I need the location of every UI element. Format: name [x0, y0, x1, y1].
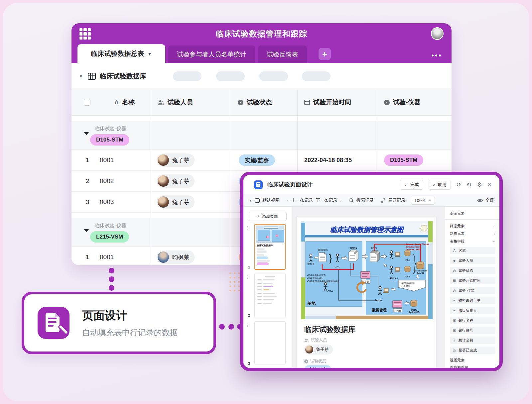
page-thumbnail-1[interactable]: 临床试验数据库	[254, 224, 286, 270]
dynamic-elements-row[interactable]: 动态元素›	[450, 230, 495, 238]
datasheet-name[interactable]: 临床试验数据库	[100, 72, 146, 81]
prev-record-button[interactable]: 上一条记录	[292, 197, 313, 203]
prev-arrow-icon[interactable]: ‹	[287, 198, 289, 203]
record-title: 临床试验数据库	[304, 325, 355, 335]
thumbnail-diagram	[256, 226, 284, 243]
svg-text:双份录入: 双份录入	[390, 277, 399, 280]
row-number: 1	[86, 157, 100, 164]
svg-text:Master Clinical: Master Clinical	[414, 270, 428, 272]
record-person-chip: 兔子芽	[304, 345, 333, 354]
number-icon: #	[453, 339, 456, 342]
static-elements-row[interactable]: 静态元素›	[450, 222, 495, 230]
column-status[interactable]: 试验状态	[247, 98, 272, 107]
column-person[interactable]: 试验人员	[168, 98, 193, 107]
design-page: 临床试验数据管理示意图 研究者 原始资料 } CRC	[297, 217, 436, 368]
field-chip-person[interactable]: ☻试验人员	[450, 257, 495, 264]
svg-text:DB1: DB1	[405, 259, 410, 261]
view-elements-row[interactable]: 视图元素	[450, 356, 495, 364]
next-record-button[interactable]: 下一条记录	[316, 197, 337, 203]
overlay-toolbar: ▼ 默认视图 ‹ 上一条记录 下一条记录 › 搜索记录 展开记录 100% ▼ …	[243, 194, 499, 207]
spacer-row	[71, 116, 452, 121]
gear-icon[interactable]: ⚙	[477, 182, 482, 188]
collapse-triangle-icon[interactable]	[84, 132, 89, 135]
drag-handle-icon[interactable]	[247, 275, 250, 279]
cancel-button[interactable]: ×取消	[429, 180, 451, 190]
column-start-time[interactable]: 试验开始时间	[313, 98, 351, 107]
close-window-icon[interactable]: ×	[487, 181, 491, 188]
more-menu-button[interactable]	[432, 54, 441, 56]
single-select-icon	[238, 100, 243, 105]
redo-icon[interactable]: ↻	[466, 182, 471, 188]
search-icon[interactable]	[349, 198, 354, 203]
search-record-button[interactable]: 搜索记录	[356, 197, 374, 203]
group-value-tag: D105-STM	[90, 134, 129, 146]
zoom-selector[interactable]: 100% ▼	[411, 196, 435, 205]
tab-feedback[interactable]: 试验反馈表	[258, 46, 307, 63]
field-chip-bank-account[interactable]: ▣银行账号	[450, 327, 495, 334]
chevron-down-icon[interactable]: ▼	[249, 199, 252, 202]
undo-icon[interactable]: ↺	[456, 182, 461, 188]
expand-record-button[interactable]: 展开记录	[388, 197, 405, 203]
single-select-icon: ◎	[453, 349, 456, 352]
svg-text:Epidata , Oracle Clinical,: Epidata , Oracle Clinical,	[406, 243, 429, 245]
table-view-icon	[88, 73, 96, 80]
field-chip-completed[interactable]: ◎是否已完成	[450, 347, 495, 354]
chevron-down-icon: ▼	[429, 199, 432, 202]
table-fields-row[interactable]: 表格字段▼	[450, 238, 495, 245]
field-chip-total-amount[interactable]: #总计金额	[450, 337, 495, 344]
select-all-checkbox[interactable]	[84, 99, 90, 106]
column-device[interactable]: 试验-仪器	[393, 98, 420, 107]
view-selector[interactable]: 默认视图	[262, 197, 280, 203]
field-chip-status[interactable]: ◎试验状态	[450, 267, 495, 274]
svg-text:CRC: CRC	[334, 265, 340, 268]
user-avatar[interactable]	[431, 27, 444, 40]
tab-bar: 临床试验数据总表 ▼ 试验参与者人员名单统计 试验反馈表 +	[71, 44, 452, 63]
avatar	[158, 252, 169, 263]
collapse-caret-icon[interactable]: ▼	[79, 74, 83, 79]
drag-handle-icon[interactable]	[247, 226, 250, 230]
row-number: 2	[86, 178, 100, 185]
record-status-label: 试验状态	[304, 358, 326, 364]
svg-text:基地: 基地	[307, 301, 316, 306]
tab-main-table[interactable]: 临床试验数据总表 ▼	[77, 44, 165, 63]
design-canvas[interactable]: 临床试验数据管理示意图 研究者 原始资料 } CRC	[292, 207, 445, 368]
field-chip-purchase-order[interactable]: ≡物料采购订单	[450, 297, 495, 304]
add-page-button[interactable]: +添加页面	[249, 212, 287, 221]
text-field-icon: A	[114, 99, 119, 106]
cell-name: 0003	[100, 198, 114, 206]
tab-participants[interactable]: 试验参与者人员名单统计	[168, 46, 255, 63]
fullscreen-button[interactable]: 全屏	[485, 197, 494, 203]
toolbar-placeholder	[216, 71, 245, 81]
page-elements-panel: 页面元素 静态元素› 动态元素› 表格字段▼ A名称 ☻试验人员 ◎试验状态 ▦…	[445, 207, 499, 368]
group-header-row[interactable]: 临床试验-仪器 D105-STM	[71, 121, 452, 150]
done-button[interactable]: ✓完成	[400, 180, 423, 190]
field-chip-start-time[interactable]: ▦试验开始时间	[450, 277, 495, 284]
page-thumbnail-3[interactable]	[254, 321, 286, 364]
page-number: 3	[248, 361, 250, 365]
avatar	[305, 346, 313, 354]
column-name[interactable]: 名称	[122, 98, 135, 107]
table-row[interactable]: 10001 兔子芽 实施/监察 2022-04-18 08:35 D105-ST…	[71, 150, 452, 171]
connector-dot	[219, 324, 225, 330]
card-subtitle: 自动填充表中行记录的数据	[82, 327, 178, 338]
record-status-tag: 实施/监察	[304, 365, 332, 368]
clinical-diagram: 临床试验数据管理示意图 研究者 原始资料 } CRC	[301, 221, 433, 319]
add-tab-button[interactable]: +	[319, 48, 331, 60]
window-header: 临床试验数据管理和跟踪 临床试验数据总表 ▼ 试验参与者人员名单统计 试验反馈表…	[71, 23, 452, 63]
eye-icon[interactable]	[477, 198, 483, 203]
field-chip-bank-name[interactable]: ▣银行名称	[450, 317, 495, 324]
header-footer-row[interactable]: 页眉和页脚	[450, 364, 495, 371]
field-chip-device[interactable]: ◎试验-仪器	[450, 287, 495, 294]
field-chip-project-owner[interactable]: ≡项目负责人	[450, 307, 495, 314]
field-chip-name[interactable]: A名称	[450, 247, 495, 254]
panel-title: 页面元素	[450, 211, 495, 216]
collapse-triangle-icon[interactable]	[84, 229, 89, 232]
single-select-icon	[384, 100, 390, 105]
expand-icon[interactable]	[381, 198, 385, 203]
app-grid-icon[interactable]	[79, 28, 91, 40]
next-arrow-icon[interactable]: ›	[340, 198, 342, 203]
drag-handle-icon[interactable]	[247, 323, 250, 327]
people-icon	[158, 100, 164, 105]
svg-text:临床试验数据管理示意图: 临床试验数据管理示意图	[330, 226, 404, 233]
page-thumbnail-2[interactable]	[254, 273, 286, 318]
